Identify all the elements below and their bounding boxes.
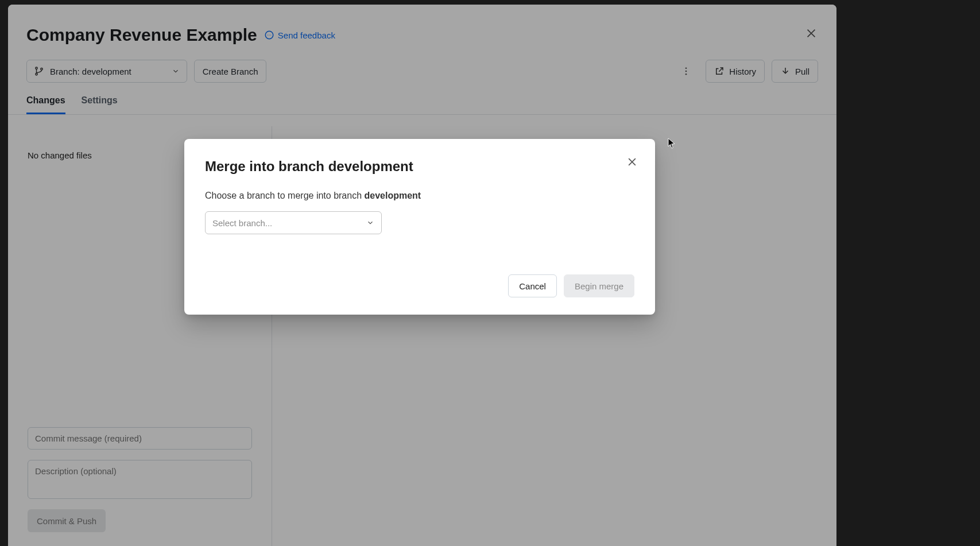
modal-subtext: Choose a branch to merge into branch dev… xyxy=(205,191,634,201)
begin-merge-button[interactable]: Begin merge xyxy=(564,274,634,297)
select-branch-dropdown[interactable]: Select branch... xyxy=(205,211,382,234)
modal-prompt-branch: development xyxy=(365,191,421,200)
modal-title: Merge into branch development xyxy=(205,158,634,175)
close-icon xyxy=(626,156,638,168)
chevron-down-icon xyxy=(366,219,374,227)
select-branch-placeholder: Select branch... xyxy=(212,218,272,228)
modal-prompt-prefix: Choose a branch to merge into branch xyxy=(205,191,365,200)
modal-close-button[interactable] xyxy=(624,154,640,170)
cancel-button[interactable]: Cancel xyxy=(508,274,557,297)
merge-modal: Merge into branch development Choose a b… xyxy=(184,139,655,315)
